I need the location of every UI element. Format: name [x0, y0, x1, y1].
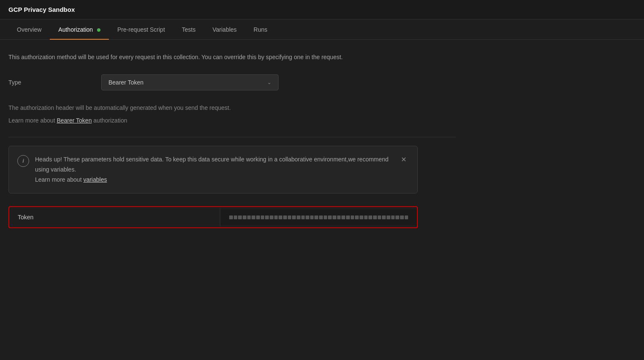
bearer-token-link[interactable]: Bearer Token	[57, 117, 92, 124]
info-icon: i	[17, 155, 29, 167]
app-title: GCP Privacy Sandbox	[8, 6, 75, 13]
type-dropdown[interactable]: Bearer Token ⌄	[101, 74, 279, 90]
close-icon[interactable]: ✕	[398, 155, 409, 164]
authorization-active-dot	[97, 28, 100, 32]
info-block: The authorization header will be automat…	[8, 103, 456, 137]
tabs-bar: Overview Authorization Pre-request Scrip…	[0, 19, 644, 40]
alert-content: Heads up! These parameters hold sensitiv…	[35, 155, 392, 185]
tab-authorization[interactable]: Authorization	[50, 19, 109, 40]
alert-box: i Heads up! These parameters hold sensit…	[8, 146, 418, 194]
token-row: Token	[8, 206, 418, 228]
type-label: Type	[8, 79, 93, 86]
tab-overview[interactable]: Overview	[8, 19, 50, 40]
type-section: Type Bearer Token ⌄	[8, 74, 456, 90]
chevron-down-icon: ⌄	[267, 79, 271, 85]
tab-tests[interactable]: Tests	[173, 19, 204, 40]
variables-link[interactable]: variables	[83, 176, 107, 183]
tab-runs[interactable]: Runs	[245, 19, 276, 40]
alert-message: Heads up! These parameters hold sensitiv…	[35, 156, 389, 173]
info-line2: Learn more about Bearer Token authorizat…	[8, 116, 456, 126]
type-dropdown-value: Bearer Token	[108, 79, 143, 86]
content-area: This authorization method will be used f…	[0, 40, 464, 241]
info-line1: The authorization header will be automat…	[8, 103, 456, 113]
tab-pre-request-script[interactable]: Pre-request Script	[109, 19, 173, 40]
authorization-description: This authorization method will be used f…	[8, 52, 456, 62]
tab-variables[interactable]: Variables	[204, 19, 245, 40]
token-masked-value	[229, 215, 409, 219]
token-label: Token	[9, 208, 220, 226]
app-title-bar: GCP Privacy Sandbox	[0, 0, 644, 19]
token-value[interactable]	[220, 210, 417, 225]
